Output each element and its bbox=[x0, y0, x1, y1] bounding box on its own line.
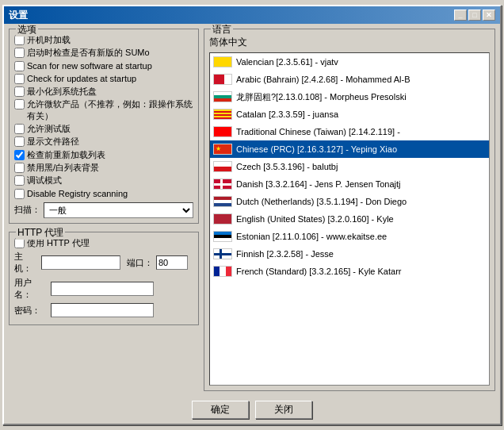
proxy-group: HTTP 代理 使用 HTTP 代理 主机： 端口： 用户名： 密码： bbox=[9, 232, 199, 325]
lang-item-danish[interactable]: Danish [3.3.2.164] - Jens P. Jensen Tona… bbox=[210, 175, 489, 193]
checkbox-row-cb4[interactable]: Check for updates at startup bbox=[14, 73, 193, 84]
proxy-user-row: 用户名： bbox=[14, 277, 193, 301]
language-list[interactable]: Valencian [2.3.5.61] - vjatvArabic (Bahr… bbox=[209, 52, 490, 386]
checkbox-row-cb5[interactable]: 最小化到系统托盘 bbox=[14, 86, 193, 97]
maximize-button[interactable]: □ bbox=[468, 10, 481, 21]
checkbox-cb2[interactable] bbox=[14, 48, 25, 58]
lang-item-valencian[interactable]: Valencian [2.3.5.61] - vjatv bbox=[210, 53, 489, 71]
checkbox-label-cb10: 禁用黑/白列表背景 bbox=[27, 162, 99, 173]
checkbox-label-cb4: Check for updates at startup bbox=[27, 73, 136, 84]
lang-item-trad-chinese[interactable]: Traditional Chinese (Taiwan) [2.14.2.119… bbox=[210, 123, 489, 140]
ok-button[interactable]: 确定 bbox=[192, 401, 249, 419]
checkbox-cb3[interactable] bbox=[14, 61, 25, 71]
host-input[interactable] bbox=[41, 255, 120, 270]
flag-taiwan bbox=[213, 126, 232, 137]
lang-item-bulgarian[interactable]: 龙胖固粗?[2.13.0.108] - Morpheus Presolski bbox=[210, 88, 489, 106]
title-bar: 设置 _ □ ✕ bbox=[4, 6, 500, 24]
checkbox-cb4[interactable] bbox=[14, 74, 25, 84]
checkbox-row-cb2[interactable]: 启动时检查是否有新版的 SUMo bbox=[14, 47, 193, 58]
flag-china bbox=[213, 144, 232, 155]
checkbox-cb5[interactable] bbox=[14, 86, 25, 97]
lang-item-arabic[interactable]: Arabic (Bahrain) [2.4.2.68] - Mohammed A… bbox=[210, 71, 489, 88]
checkbox-row-cb11[interactable]: 调试模式 bbox=[14, 175, 193, 186]
proxy-host-row: 主机： 端口： bbox=[14, 251, 193, 275]
flag-us bbox=[213, 213, 232, 225]
lang-name-french: French (Standard) [3.3.2.165] - Kyle Kat… bbox=[236, 267, 402, 276]
checkbox-cb9[interactable] bbox=[14, 150, 25, 160]
checkbox-row-cb3[interactable]: Scan for new software at startup bbox=[14, 60, 193, 71]
bottom-bar: 确定 关闭 bbox=[4, 396, 500, 424]
checkbox-cb6[interactable] bbox=[14, 99, 25, 109]
lang-items-container: Valencian [2.3.5.61] - vjatvArabic (Bahr… bbox=[210, 53, 489, 280]
flag-czech bbox=[213, 161, 232, 172]
lang-name-bulgarian: 龙胖固粗?[2.13.0.108] - Morpheus Presolski bbox=[236, 91, 407, 103]
username-input[interactable] bbox=[51, 282, 154, 296]
scan-row: 扫描： 一般快速深度 bbox=[14, 202, 193, 218]
lang-name-czech: Czech [3.5.3.196] - balutbj bbox=[236, 162, 338, 171]
port-label: 端口： bbox=[127, 257, 153, 269]
options-group-title: 选项 bbox=[16, 24, 38, 36]
window-title: 设置 bbox=[9, 9, 28, 22]
checkbox-label-cb2: 启动时检查是否有新版的 SUMo bbox=[27, 47, 150, 58]
left-panel: 选项 开机时加载启动时检查是否有新版的 SUMoScan for new sof… bbox=[9, 29, 199, 391]
lang-name-finnish: Finnish [2.3.2.58] - Jesse bbox=[236, 249, 334, 259]
flag-finland bbox=[213, 248, 232, 259]
checkbox-row-cb10[interactable]: 禁用黑/白列表背景 bbox=[14, 162, 193, 173]
scan-label: 扫描： bbox=[14, 204, 40, 216]
checkbox-row-cb7[interactable]: 允许测试版 bbox=[14, 123, 193, 134]
checkbox-cb10[interactable] bbox=[14, 163, 25, 173]
proxy-group-title: HTTP 代理 bbox=[16, 226, 65, 240]
password-input[interactable] bbox=[51, 303, 154, 317]
proxy-pass-row: 密码： bbox=[14, 303, 193, 317]
lang-item-french[interactable]: French (Standard) [3.3.2.165] - Kyle Kat… bbox=[210, 263, 489, 280]
flag-denmark bbox=[213, 179, 232, 190]
close-button[interactable]: ✕ bbox=[483, 10, 495, 21]
window-body: 选项 开机时加载启动时检查是否有新版的 SUMoScan for new sof… bbox=[4, 24, 500, 396]
checkbox-row-cb8[interactable]: 显示文件路径 bbox=[14, 136, 193, 147]
checkbox-label-cb6: 允许微软产品（不推荐，例如：跟操作系统有关） bbox=[27, 98, 193, 121]
lang-item-estonian[interactable]: Estonian [2.11.0.106] - www.ekaitse.ee bbox=[210, 228, 489, 245]
lang-item-english[interactable]: English (United States) [3.2.0.160] - Ky… bbox=[210, 210, 489, 228]
checkbox-cb12[interactable] bbox=[14, 189, 25, 199]
pass-label: 密码： bbox=[14, 305, 48, 317]
lang-name-danish: Danish [3.3.2.164] - Jens P. Jensen Tona… bbox=[236, 179, 401, 189]
close-dialog-button[interactable]: 关闭 bbox=[255, 401, 312, 419]
lang-name-valencian: Valencian [2.3.5.61] - vjatv bbox=[236, 57, 338, 67]
checkbox-label-cb11: 调试模式 bbox=[27, 175, 62, 186]
minimize-button[interactable]: _ bbox=[454, 10, 467, 21]
language-group: 语言 简体中文 Valencian [2.3.5.61] - vjatvArab… bbox=[204, 29, 495, 391]
checkboxes-container: 开机时加载启动时检查是否有新版的 SUMoScan for new softwa… bbox=[14, 34, 193, 199]
port-input[interactable] bbox=[156, 255, 188, 270]
checkbox-row-cb6[interactable]: 允许微软产品（不推荐，例如：跟操作系统有关） bbox=[14, 98, 193, 121]
settings-window: 设置 _ □ ✕ 选项 开机时加载启动时检查是否有新版的 SUMoScan fo… bbox=[2, 5, 502, 425]
flag-estonia bbox=[213, 231, 232, 242]
lang-item-dutch[interactable]: Dutch (Netherlands) [3.5.1.194] - Don Di… bbox=[210, 193, 489, 210]
lang-item-catalan[interactable]: Catalan [2.3.3.59] - juansa bbox=[210, 106, 489, 123]
lang-item-finnish[interactable]: Finnish [2.3.2.58] - Jesse bbox=[210, 245, 489, 263]
checkbox-cb8[interactable] bbox=[14, 136, 25, 147]
lang-name-catalan: Catalan [2.3.3.59] - juansa bbox=[236, 109, 338, 119]
flag-bahrain bbox=[213, 74, 232, 85]
scan-select[interactable]: 一般快速深度 bbox=[44, 202, 193, 218]
checkbox-row-cb12[interactable]: Disable Registry scanning bbox=[14, 188, 193, 199]
lang-item-czech[interactable]: Czech [3.5.3.196] - balutbj bbox=[210, 158, 489, 175]
checkbox-label-cb7: 允许测试版 bbox=[27, 123, 71, 134]
checkbox-label-cb3: Scan for new software at startup bbox=[27, 60, 152, 71]
checkbox-label-cb9: 检查前重新加载列表 bbox=[27, 149, 105, 160]
checkbox-cb11[interactable] bbox=[14, 175, 25, 186]
right-panel: 语言 简体中文 Valencian [2.3.5.61] - vjatvArab… bbox=[204, 29, 495, 391]
lang-name-simp-chinese: Chinese (PRC) [2.16.3.127] - Yeping Xiao bbox=[236, 144, 397, 154]
lang-item-simp-chinese[interactable]: Chinese (PRC) [2.16.3.127] - Yeping Xiao bbox=[210, 140, 489, 158]
checkbox-label-cb8: 显示文件路径 bbox=[27, 136, 79, 147]
checkbox-row-cb9[interactable]: 检查前重新加载列表 bbox=[14, 149, 193, 160]
lang-name-arabic: Arabic (Bahrain) [2.4.2.68] - Mohammed A… bbox=[236, 75, 410, 84]
lang-name-estonian: Estonian [2.11.0.106] - www.ekaitse.ee bbox=[236, 232, 387, 241]
options-group: 选项 开机时加载启动时检查是否有新版的 SUMoScan for new sof… bbox=[9, 29, 199, 224]
checkbox-cb7[interactable] bbox=[14, 124, 25, 134]
flag-france bbox=[213, 266, 232, 277]
checkbox-row-cb1[interactable]: 开机时加载 bbox=[14, 34, 193, 45]
flag-valencian bbox=[213, 56, 232, 67]
lang-name-trad-chinese: Traditional Chinese (Taiwan) [2.14.2.119… bbox=[236, 127, 400, 136]
flag-netherlands bbox=[213, 196, 232, 207]
current-language: 简体中文 bbox=[209, 36, 490, 49]
